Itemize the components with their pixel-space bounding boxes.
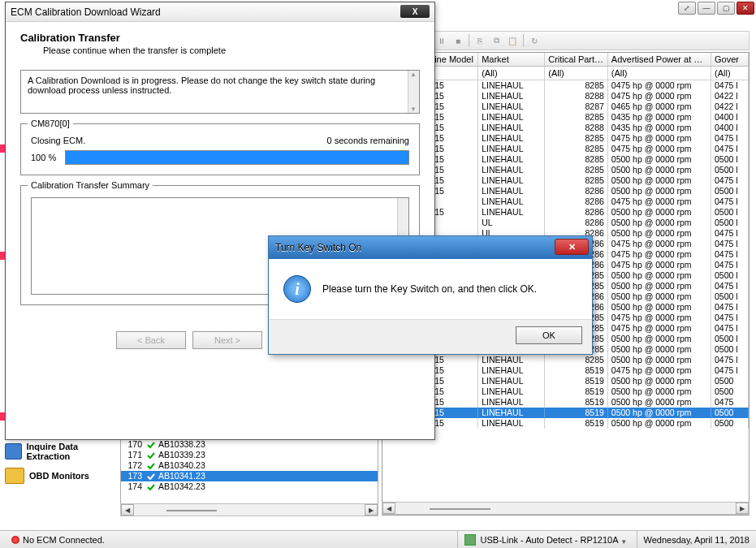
wizard-close-button[interactable]: X — [400, 5, 430, 18]
table-cell: 0500 l — [711, 165, 749, 175]
sidebar-item-inquire[interactable]: Inquire Data Extraction — [0, 438, 114, 464]
table-cell: 0500 hp @ 0000 rpm — [608, 376, 711, 386]
table-row[interactable]: 172AB10340.23 — [121, 460, 378, 471]
sidebar-item-label: OBD Monitors — [29, 471, 89, 481]
table-cell: 0475 l — [711, 133, 749, 144]
table-cell: 0422 l — [711, 101, 749, 112]
table-row[interactable]: 7.23STA15LINEHAUL85190475 hp @ 0000 rpm0… — [382, 365, 749, 376]
wizard-titlebar[interactable]: ECM Calibration Download Wizard X — [6, 2, 434, 22]
sidebar: Inquire Data Extraction OBD Monitors — [0, 438, 114, 530]
col-header[interactable]: Market — [478, 53, 545, 66]
close-icon[interactable]: ✕ — [737, 2, 754, 15]
grid-header: de Engine Model Market Critical Parts Li… — [382, 53, 749, 67]
expand-icon[interactable]: ⤢ — [678, 2, 696, 15]
table-row[interactable]: 4.15STA15LINEHAUL82860500 hp @ 0000 rpm0… — [382, 207, 749, 218]
code-cell: AB10341.23 — [157, 471, 378, 481]
alert-close-button[interactable]: ✕ — [555, 239, 589, 255]
copy-icon[interactable]: ⧉ — [490, 35, 502, 46]
table-cell: 0475 hp @ 0000 rpm — [608, 313, 711, 323]
col-header[interactable]: Gover — [711, 53, 749, 66]
table-row[interactable]: STA15LINEHAUL85190500 hp @ 0000 rpm0500 — [382, 408, 749, 418]
table-cell: 0500 l — [711, 218, 749, 228]
table-row[interactable]: 8.16STA15LINEHAUL82880435 hp @ 0000 rpm0… — [382, 123, 749, 133]
filter-cell[interactable]: (All) — [711, 67, 749, 80]
ecm-group-label: CM870[0] — [28, 119, 73, 128]
min-icon[interactable]: — — [698, 2, 715, 15]
table-cell: 8288 — [545, 91, 608, 101]
scroll-left-icon[interactable]: ◀ — [382, 503, 395, 514]
ok-button[interactable]: OK — [516, 326, 582, 344]
refresh-icon[interactable]: ↻ — [529, 35, 540, 46]
table-cell: 8285 — [545, 355, 608, 365]
table-row[interactable]: 7.16STA15LINEHAUL82850435 hp @ 0000 rpm0… — [382, 112, 749, 123]
stop-icon[interactable]: ■ — [452, 35, 464, 46]
table-row[interactable]: 5.16STA15LINEHAUL82880475 hp @ 0000 rpm0… — [382, 91, 749, 101]
back-button: < Back — [116, 331, 186, 349]
table-row[interactable]: 170AB10338.23 — [121, 439, 378, 450]
table-cell: 8519 — [545, 408, 608, 418]
col-header[interactable]: Advertised Power at RPM — [608, 53, 711, 66]
table-cell: LINEHAUL — [478, 186, 545, 196]
table-row[interactable]: STA15LINEHAUL85190500 hp @ 0000 rpm0500 — [382, 386, 749, 397]
col-header[interactable]: Critical Parts List — [545, 53, 608, 66]
table-cell: 0475 l — [711, 323, 749, 334]
table-cell: LINEHAUL — [478, 123, 545, 133]
alert-dialog: Turn Key Switch On ✕ i Please turn the K… — [268, 235, 593, 355]
table-row[interactable]: 171AB10339.23 — [121, 450, 378, 460]
table-cell: 8286 — [545, 196, 608, 207]
table-cell: 0500 l — [711, 334, 749, 344]
table-row[interactable]: 4.14STA15LINEHAUL82850475 hp @ 0000 rpm0… — [382, 80, 749, 91]
table-cell: 0500 hp @ 0000 rpm — [608, 270, 711, 281]
table-row[interactable]: 6.16STA15LINEHAUL82870465 hp @ 0000 rpm0… — [382, 101, 749, 112]
table-cell: LINEHAUL — [478, 355, 545, 365]
table-row[interactable]: STA15LINEHAUL85190500 hp @ 0000 rpm0500 — [382, 418, 749, 429]
table-cell: 0500 — [711, 386, 749, 397]
device-icon — [5, 443, 22, 460]
table-row[interactable]: 8.15STA15LINEHAUL82850500 hp @ 0000 rpm0… — [382, 175, 749, 186]
table-row[interactable]: STA15LINEHAUL85190500 hp @ 0000 rpm0475 — [382, 397, 749, 408]
max-icon[interactable]: ▢ — [717, 2, 735, 15]
pause-icon[interactable]: ⏸ — [436, 35, 447, 46]
status-link[interactable]: USB-Link - Auto Detect - RP1210A — [481, 535, 619, 545]
check-icon — [145, 460, 157, 471]
table-cell: 0475 hp @ 0000 rpm — [608, 80, 711, 91]
window-controls: ⤢ — ▢ ✕ — [676, 0, 756, 16]
table-cell: 0475 l — [711, 249, 749, 260]
scroll-right-icon[interactable]: ▶ — [736, 503, 749, 514]
table-row[interactable]: 173AB10341.23 — [121, 471, 378, 481]
table-row[interactable]: 174AB10342.23 — [121, 481, 378, 492]
table-cell: 0475 l — [711, 313, 749, 323]
hscrollbar[interactable]: ◀ ▶ — [382, 502, 750, 515]
table-row[interactable]: UL82860500 hp @ 0000 rpm0500 l — [382, 218, 749, 228]
wizard-subheading: Please continue when the transfer is com… — [43, 45, 420, 55]
table-cell: 0475 l — [711, 175, 749, 186]
ecm-status-text: No ECM Connected. — [23, 535, 105, 545]
table-row[interactable]: 2.16STALINEHAUL82860475 hp @ 0000 rpm047… — [382, 196, 749, 207]
filter-cell[interactable]: (All) — [608, 67, 711, 80]
sidebar-item-obd[interactable]: OBD Monitors — [0, 464, 114, 487]
table-row[interactable]: 6.15STA15LINEHAUL82850500 hp @ 0000 rpm0… — [382, 355, 749, 365]
chevron-down-icon[interactable] — [622, 536, 630, 544]
scrollbar[interactable] — [408, 71, 419, 113]
table-cell: 0500 l — [711, 270, 749, 281]
table-row[interactable]: 2.16STA15LINEHAUL82850475 hp @ 0000 rpm0… — [382, 144, 749, 154]
export-icon[interactable]: ⎘ — [474, 35, 486, 46]
table-cell: 0475 — [711, 397, 749, 408]
scroll-right-icon[interactable]: ▶ — [365, 504, 378, 516]
table-row[interactable]: 0.16STA15LINEHAUL82850475 hp @ 0000 rpm0… — [382, 133, 749, 144]
table-row[interactable]: 0.15STA15LINEHAUL82860500 hp @ 0000 rpm0… — [382, 186, 749, 196]
table-cell: 0500 — [711, 408, 749, 418]
table-cell: 0422 l — [711, 91, 749, 101]
hscrollbar[interactable]: ◀ ▶ — [120, 503, 378, 516]
table-row[interactable]: 4.16STA15LINEHAUL82850500 hp @ 0000 rpm0… — [382, 154, 749, 165]
table-cell: 0500 hp @ 0000 rpm — [608, 165, 711, 175]
table-row[interactable]: 6.15STA15LINEHAUL82850500 hp @ 0000 rpm0… — [382, 165, 749, 175]
table-row[interactable]: STA15LINEHAUL85190500 hp @ 0000 rpm0500 — [382, 376, 749, 386]
alert-titlebar[interactable]: Turn Key Switch On ✕ — [269, 236, 592, 259]
check-icon — [145, 450, 157, 460]
table-cell: 0500 hp @ 0000 rpm — [608, 186, 711, 196]
filter-cell[interactable]: (All) — [478, 67, 545, 80]
paste-icon[interactable]: 📋 — [507, 35, 518, 46]
scroll-left-icon[interactable]: ◀ — [121, 504, 134, 516]
filter-cell[interactable]: (All) — [545, 67, 608, 80]
